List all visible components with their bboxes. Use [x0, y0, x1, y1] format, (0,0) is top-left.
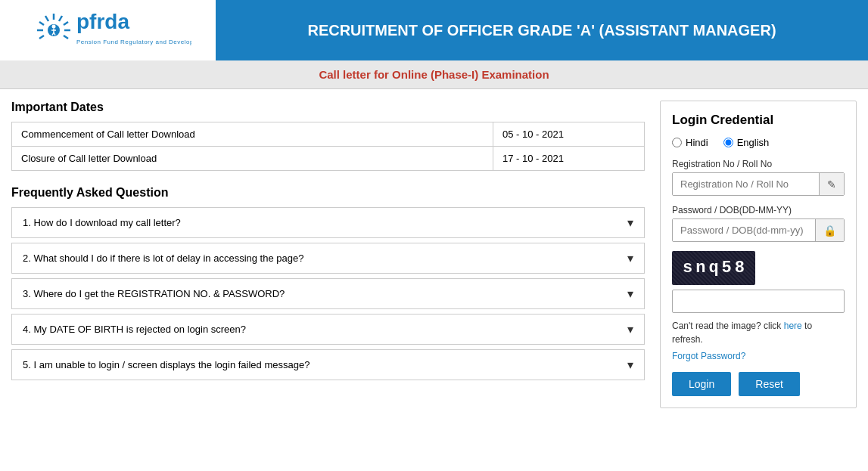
faq-item-3-text: 3. Where do I get the REGISTRATION NO. &… — [23, 288, 285, 299]
password-label: Password / DOB(DD-MM-YY) — [672, 205, 845, 215]
date-row-2-label: Closure of Call letter Download — [12, 147, 493, 171]
edit-icon: ✎ — [819, 173, 844, 195]
logo-area: pfrda Pension Fund Regulatory and Develo… — [0, 0, 216, 60]
radio-english-label[interactable]: English — [723, 137, 770, 148]
chevron-down-icon: ▾ — [627, 251, 633, 265]
chevron-down-icon: ▾ — [627, 215, 633, 230]
captcha-image: snq58 — [672, 251, 755, 285]
radio-hindi-text: Hindi — [686, 137, 708, 148]
faq-item-2[interactable]: 2. What should I do if there is lot of d… — [11, 243, 645, 274]
important-dates-title: Important Dates — [11, 101, 645, 114]
button-row: Login Reset — [672, 372, 845, 396]
svg-line-6 — [39, 22, 44, 25]
date-row-1-value: 05 - 10 - 2021 — [493, 122, 645, 147]
dates-table: Commencement of Call letter Download 05 … — [11, 122, 645, 171]
table-row: Commencement of Call letter Download 05 … — [12, 122, 645, 147]
captcha-refresh-link[interactable]: here — [784, 321, 802, 331]
faq-item-4[interactable]: 4. My DATE OF BIRTH is rejected on login… — [11, 314, 645, 345]
svg-text:Pension Fund Regulatory and De: Pension Fund Regulatory and Development … — [76, 39, 191, 45]
sub-header-text: Call letter for Online (Phase-I) Examina… — [319, 68, 549, 81]
radio-english-text: English — [737, 137, 770, 148]
header: pfrda Pension Fund Regulatory and Develo… — [0, 0, 868, 60]
radio-english[interactable] — [723, 138, 733, 147]
important-dates-section: Important Dates Commencement of Call let… — [11, 101, 645, 171]
date-row-2-value: 17 - 10 - 2021 — [493, 147, 645, 171]
faq-item-4-text: 4. My DATE OF BIRTH is rejected on login… — [23, 324, 246, 335]
login-title: Login Credential — [672, 113, 845, 128]
svg-line-8 — [39, 36, 44, 39]
captcha-refresh-prefix: Can't read the image? click — [672, 321, 781, 331]
svg-text:pfrda: pfrda — [76, 10, 129, 33]
faq-item-5-text: 5. I am unable to login / screen display… — [23, 359, 310, 370]
faq-item-3[interactable]: 3. Where do I get the REGISTRATION NO. &… — [11, 278, 645, 309]
faq-section: Frequently Asked Question 1. How do I do… — [11, 186, 645, 380]
password-input[interactable] — [673, 219, 815, 241]
language-radio-group: Hindi English — [672, 137, 845, 148]
table-row: Closure of Call letter Download 17 - 10 … — [12, 147, 645, 171]
svg-line-4 — [64, 36, 68, 39]
reg-input-group: ✎ — [672, 172, 845, 196]
reset-button[interactable]: Reset — [739, 372, 800, 396]
faq-item-1[interactable]: 1. How do I download my call letter? ▾ — [11, 207, 645, 238]
chevron-down-icon: ▾ — [627, 322, 633, 336]
chevron-down-icon: ▾ — [627, 287, 633, 301]
radio-hindi-label[interactable]: Hindi — [672, 137, 708, 148]
svg-point-10 — [51, 25, 55, 29]
faq-item-1-text: 1. How do I download my call letter? — [23, 217, 181, 228]
header-title: RECRUITMENT OF OFFICER GRADE 'A' (ASSIST… — [216, 22, 868, 39]
forgot-password-link[interactable]: Forgot Password? — [672, 351, 845, 361]
captcha-input[interactable] — [672, 290, 845, 313]
reg-label: Registration No / Roll No — [672, 159, 845, 169]
login-panel: Login Credential Hindi English Registrat… — [660, 101, 857, 408]
chevron-down-icon: ▾ — [627, 358, 633, 372]
date-row-1-label: Commencement of Call letter Download — [12, 122, 493, 147]
captcha-refresh-text: Can't read the image? click here to refr… — [672, 319, 845, 346]
svg-line-1 — [59, 16, 62, 21]
lock-icon: 🔒 — [815, 219, 844, 241]
sub-header: Call letter for Online (Phase-I) Examina… — [0, 60, 868, 89]
svg-line-5 — [45, 16, 48, 21]
main-content: Important Dates Commencement of Call let… — [0, 89, 868, 420]
svg-line-2 — [64, 22, 68, 25]
password-input-group: 🔒 — [672, 218, 845, 242]
reg-input[interactable] — [673, 173, 819, 195]
faq-item-5[interactable]: 5. I am unable to login / screen display… — [11, 349, 645, 380]
faq-title: Frequently Asked Question — [11, 186, 645, 200]
login-button[interactable]: Login — [672, 372, 731, 396]
faq-item-2-text: 2. What should I do if there is lot of d… — [23, 253, 303, 264]
radio-hindi[interactable] — [672, 138, 682, 147]
pfrda-logo: pfrda Pension Fund Regulatory and Develo… — [25, 8, 191, 53]
left-panel: Important Dates Commencement of Call let… — [11, 101, 645, 408]
